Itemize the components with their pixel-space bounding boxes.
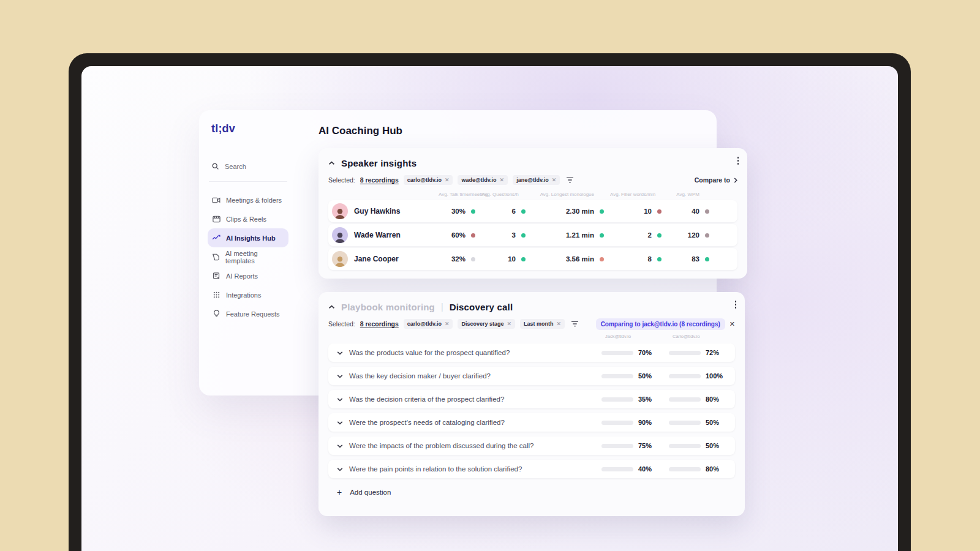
speaker-table: Guy Hawkins 30% 6 2.30 min 10 40 — [328, 200, 737, 270]
sidebar-item-label: AI Insights Hub — [226, 234, 276, 242]
progress-bar-group: 70% — [601, 349, 659, 356]
status-dot — [521, 233, 526, 238]
selected-label: Selected: — [328, 320, 355, 328]
question-text: Were the impacts of the problem discusse… — [349, 442, 601, 449]
status-dot — [521, 257, 526, 261]
column-header: Carlo@tldv.io — [669, 334, 726, 341]
progress-bar-group: 50% — [669, 442, 726, 449]
metric-value: 3.56 min — [535, 255, 594, 263]
sidebar-item-meetings[interactable]: Meetings & folders — [208, 190, 288, 209]
chevron-down-icon[interactable] — [337, 444, 343, 448]
column-header: Avg. Talk time/meeting — [439, 192, 481, 197]
chevron-down-icon[interactable] — [337, 397, 343, 402]
progress-percent: 80% — [706, 395, 726, 403]
metric-value: 120 — [671, 231, 699, 239]
comparing-to-chip[interactable]: Comparing to jack@tldv.io (8 recordings) — [596, 318, 725, 330]
progress-track — [669, 374, 701, 378]
question-text: Were the pain points in relation to the … — [349, 465, 601, 473]
status-dot — [705, 257, 709, 261]
progress-track — [601, 444, 633, 448]
speaker-insights-card: Speaker insights Selected: 8 recordings … — [318, 148, 747, 279]
chevron-down-icon[interactable] — [337, 351, 343, 355]
column-header: Avg. WPM — [668, 192, 715, 197]
status-dot — [471, 233, 475, 238]
kebab-menu-icon[interactable] — [735, 301, 737, 309]
question-row[interactable]: Were the impacts of the problem discusse… — [328, 437, 735, 455]
progress-bar-group: 80% — [669, 465, 726, 473]
template-tag-icon — [212, 253, 220, 261]
add-question-button[interactable]: + Add question — [328, 483, 735, 501]
progress-track — [669, 444, 701, 448]
compare-to-button[interactable]: Compare to — [695, 176, 737, 184]
question-row[interactable]: Were the prospect's needs of cataloging … — [328, 413, 735, 432]
progress-bar-group: 50% — [669, 419, 726, 426]
search-input[interactable]: Search — [211, 162, 288, 170]
chip-close-icon[interactable]: ✕ — [507, 321, 512, 327]
sidebar-item-label: AI meeting templates — [225, 250, 284, 264]
filter-chip[interactable]: carlo@tldv.io✕ — [404, 175, 453, 185]
chevron-down-icon[interactable] — [337, 374, 343, 378]
column-header: Avg. Filler words/min — [610, 192, 668, 197]
chip-close-icon[interactable]: ✕ — [552, 177, 557, 183]
question-row[interactable]: Was the key decision maker / buyer clari… — [328, 367, 735, 385]
page-title: AI Coaching Hub — [318, 125, 402, 137]
collapse-chevron-up-icon[interactable] — [328, 161, 335, 165]
chip-close-icon[interactable]: ✕ — [557, 321, 562, 327]
metric-value: 83 — [671, 255, 699, 263]
progress-bar-group: 35% — [601, 395, 659, 403]
question-row[interactable]: Was the decision criteria of the prospec… — [328, 390, 735, 408]
chip-close-icon[interactable]: ✕ — [445, 177, 450, 183]
section-title: Discovery call — [450, 302, 513, 312]
speaker-name: Jane Cooper — [354, 255, 399, 263]
sidebar-item-feature-requests[interactable]: Feature Requests — [208, 304, 288, 323]
filter-chip[interactable]: Last month✕ — [520, 319, 565, 329]
metric-value: 32% — [442, 255, 466, 263]
sidebar-item-clips[interactable]: Clips & Reels — [208, 209, 288, 228]
chevron-down-icon[interactable] — [337, 467, 343, 471]
table-row[interactable]: Wade Warren 60% 3 1.21 min 2 120 — [328, 224, 737, 246]
progress-percent: 50% — [706, 419, 726, 426]
table-row[interactable]: Guy Hawkins 30% 6 2.30 min 10 40 — [328, 200, 737, 222]
section-title-muted: Playbook monitoring — [341, 302, 435, 312]
chip-label: carlo@tldv.io — [407, 177, 442, 183]
filter-chip[interactable]: carlo@tldv.io✕ — [404, 319, 453, 329]
collapse-chevron-up-icon[interactable] — [328, 305, 335, 309]
comparing-close-icon[interactable]: ✕ — [729, 320, 735, 328]
filter-chip[interactable]: Discovery stage✕ — [458, 319, 515, 329]
metric-value: 30% — [442, 208, 466, 215]
report-file-icon — [212, 272, 221, 280]
sidebar-divider — [209, 181, 287, 182]
chip-close-icon[interactable]: ✕ — [500, 177, 505, 183]
metric-value: 8 — [614, 255, 652, 263]
sidebar-item-ai-meeting-templates[interactable]: AI meeting templates — [208, 247, 288, 266]
sidebar-item-ai-insights-hub[interactable]: AI Insights Hub — [208, 228, 288, 247]
insights-chart-icon — [212, 234, 221, 241]
filter-funnel-icon[interactable] — [566, 177, 574, 183]
chevron-down-icon[interactable] — [337, 421, 343, 425]
chip-close-icon[interactable]: ✕ — [445, 321, 450, 327]
sidebar-item-label: Integrations — [226, 291, 261, 299]
filter-chip[interactable]: wade@tldv.io✕ — [458, 175, 508, 185]
sidebar-item-integrations[interactable]: Integrations — [208, 285, 288, 304]
filter-funnel-icon[interactable] — [571, 321, 579, 327]
progress-bar-group: 72% — [669, 349, 726, 356]
question-row[interactable]: Were the pain points in relation to the … — [328, 460, 735, 478]
progress-track — [601, 374, 633, 378]
selected-recordings-link[interactable]: 8 recordings — [360, 176, 399, 184]
kebab-menu-icon[interactable] — [737, 157, 739, 165]
avatar — [332, 227, 348, 243]
selected-recordings-link[interactable]: 8 recordings — [360, 320, 399, 328]
chip-label: wade@tldv.io — [461, 177, 496, 183]
search-icon — [211, 162, 219, 170]
metric-value: 1.21 min — [535, 231, 594, 239]
progress-bar-group: 50% — [601, 372, 659, 380]
speaker-name: Guy Hawkins — [354, 207, 400, 216]
filter-chip[interactable]: jane@tldv.io✕ — [513, 175, 560, 185]
title-separator: | — [441, 302, 443, 312]
question-row[interactable]: Was the products value for the prospect … — [328, 343, 735, 362]
sidebar-item-ai-reports[interactable]: AI Reports — [208, 266, 288, 285]
add-question-label: Add question — [350, 489, 391, 496]
table-row[interactable]: Jane Cooper 32% 10 3.56 min 8 83 — [328, 248, 737, 270]
video-camera-icon — [212, 197, 221, 204]
tldv-logo: tl;dv — [211, 122, 288, 135]
